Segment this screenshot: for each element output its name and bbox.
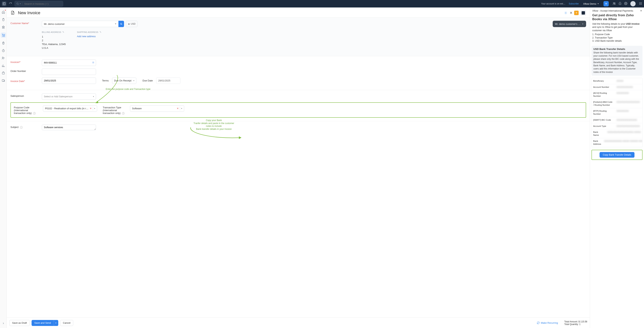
- footer-action-bar: Save as Draft Save and Send ▾ Cancel Mak…: [7, 318, 590, 328]
- nav-home-icon[interactable]: [1, 10, 6, 14]
- svg-point-15: [4, 36, 4, 36]
- page-header: New Invoice ✕ ?: [7, 8, 590, 17]
- quick-create-button[interactable]: [604, 1, 609, 6]
- bank-details-table: BeneficiaryXXXXXAccount NumberXXXXXXXXXX…: [592, 78, 642, 147]
- nav-time-icon[interactable]: [1, 48, 6, 53]
- label-salesperson: Salesperson: [10, 94, 38, 97]
- terms-select[interactable]: Due On Receipt▾: [112, 78, 136, 84]
- nav-more-icon[interactable]: [1, 78, 6, 82]
- annotation-text-1: Enter the purpose code and Transaction t…: [106, 88, 150, 90]
- table-row: [RTP] Routing NumberXXXXXXXXX: [592, 108, 642, 117]
- nav-purchases-icon[interactable]: [1, 41, 6, 45]
- table-row: [Fedwire] ABA Code / Routing NumberXXXXX…: [592, 99, 642, 108]
- customer-transactions-pill[interactable]: Mr. demo customer's …: [553, 21, 586, 27]
- svg-point-11: [639, 4, 640, 5]
- invoice-number-input[interactable]: [42, 60, 96, 66]
- table-row: Bank NameXXXXXXXXXXXXXXXXXXX XXXXX: [592, 129, 642, 138]
- label-terms: Terms: [99, 79, 109, 82]
- close-panel-icon[interactable]: ✕: [640, 9, 642, 12]
- label-due-date: Due Date: [140, 79, 153, 82]
- nav-banking-icon[interactable]: [1, 25, 6, 29]
- account-status-text: Your account is on ext…: [541, 2, 565, 5]
- label-invoice-date: Invoice Date*: [10, 79, 38, 82]
- edit-shipping-icon[interactable]: ✎: [100, 31, 102, 34]
- save-as-draft-button[interactable]: Save as Draft: [9, 320, 30, 326]
- page-settings-icon[interactable]: [564, 11, 568, 15]
- xflow-side-panel: Xflow - Accept International Payments ✕ …: [590, 8, 644, 328]
- due-date-display[interactable]: 29/01/2025: [156, 78, 180, 84]
- svg-point-8: [639, 3, 640, 4]
- panel-header-text: Xflow - Accept International Payments: [592, 9, 633, 12]
- table-row: Account TypeXXXXXXXXXXXXXXXXX: [592, 123, 642, 130]
- label-purpose-code: Purpose Code (International transaction …: [14, 105, 40, 115]
- transaction-type-select[interactable]: Software ✕ ▾: [130, 105, 184, 112]
- cancel-button[interactable]: Cancel: [60, 320, 73, 326]
- label-order-number: Order Number: [10, 68, 38, 72]
- document-icon: [10, 10, 15, 15]
- nav-items-icon[interactable]: [1, 18, 6, 22]
- save-and-send-button[interactable]: Save and Send: [32, 320, 54, 326]
- app-logo[interactable]: [2, 2, 6, 6]
- help-button[interactable]: ?: [574, 11, 579, 15]
- refresh-icon[interactable]: [8, 2, 13, 6]
- svg-point-14: [2, 36, 3, 36]
- clear-purpose-code-icon[interactable]: ✕: [90, 107, 92, 110]
- user-avatar[interactable]: [630, 1, 636, 6]
- referrals-icon[interactable]: [612, 2, 616, 6]
- search-bar[interactable]: [14, 1, 63, 6]
- subscribe-link[interactable]: Subscribe: [569, 2, 579, 5]
- svg-rect-0: [3, 2, 5, 5]
- org-switcher[interactable]: Xflow Demo: [583, 2, 599, 5]
- svg-point-5: [639, 2, 640, 3]
- nav-reports-icon[interactable]: [1, 64, 6, 68]
- currency-chip[interactable]: ◉USD: [126, 21, 138, 27]
- nav-documents-icon[interactable]: [1, 71, 6, 75]
- svg-point-2: [613, 2, 614, 3]
- edit-billing-icon[interactable]: ✎: [62, 31, 64, 34]
- billing-address-lines: 1 2 TEst, Alabama, 12345 U.S.A: [42, 35, 66, 50]
- close-page-icon[interactable]: ✕: [569, 11, 573, 15]
- label-transaction-type: Transaction Type (International transact…: [103, 105, 127, 115]
- svg-point-21: [120, 23, 122, 24]
- panel-footer-highlight: Copy Bank Transfer Details: [592, 150, 642, 160]
- nav-accountant-icon[interactable]: [1, 56, 6, 60]
- notifications-icon[interactable]: [618, 2, 622, 6]
- page-title: New Invoice: [18, 10, 40, 15]
- order-number-input[interactable]: [42, 68, 96, 75]
- billing-address-block: BILLING ADDRESS ✎ 1 2 TEst, Alabama, 123…: [42, 31, 66, 50]
- subject-textarea[interactable]: Software services: [42, 124, 96, 130]
- svg-point-10: [641, 3, 642, 4]
- make-recurring-link[interactable]: Make Recurring: [537, 322, 558, 324]
- table-row: BeneficiaryXXXXX: [592, 78, 642, 84]
- svg-point-3: [614, 2, 616, 4]
- label-invoice-number: Invoice#*: [10, 60, 38, 64]
- customer-name-dropdown[interactable]: Mr. demo customer: [42, 21, 118, 27]
- apps-grid-icon[interactable]: [639, 2, 642, 6]
- invoice-date-input[interactable]: [42, 78, 96, 84]
- save-and-send-caret[interactable]: ▾: [54, 320, 58, 326]
- customer-search-button[interactable]: [118, 21, 124, 27]
- topbar: Your account is on ext… Subscribe Xflow …: [0, 0, 644, 8]
- invoice-number-settings-icon[interactable]: [92, 61, 94, 64]
- copy-bank-details-button[interactable]: Copy Bank Transfer Details: [600, 152, 634, 158]
- purpose-code-select[interactable]: P0102 - Realisation of export bills (in …: [43, 105, 97, 112]
- svg-rect-18: [2, 72, 4, 74]
- search-input[interactable]: [24, 2, 62, 5]
- svg-point-4: [625, 3, 626, 4]
- label-subject: Subject i: [10, 124, 38, 129]
- nav-sales-icon[interactable]: [1, 32, 6, 38]
- settings-icon[interactable]: [624, 2, 628, 6]
- shipping-address-block: SHIPPING ADDRESS ✎ Add new address: [77, 31, 102, 50]
- nav-expand-icon[interactable]: [1, 321, 6, 326]
- salesperson-select[interactable]: Select or Add Salesperson▾: [42, 94, 96, 100]
- clear-transaction-type-icon[interactable]: ✕: [177, 107, 179, 110]
- left-nav: [0, 8, 7, 328]
- form-body: Customer Name* Mr. demo customer ◉USD Mr…: [7, 17, 590, 328]
- add-shipping-address-link[interactable]: Add new address: [77, 35, 102, 38]
- xflow-badge-icon[interactable]: [580, 10, 586, 16]
- svg-point-12: [640, 4, 641, 5]
- panel-graybox: USD Bank Transfer Details Share the foll…: [592, 46, 642, 76]
- svg-point-20: [565, 12, 566, 13]
- svg-point-1: [16, 3, 18, 4]
- panel-title: Get paid directly from Zoho Books via Xf…: [590, 13, 644, 22]
